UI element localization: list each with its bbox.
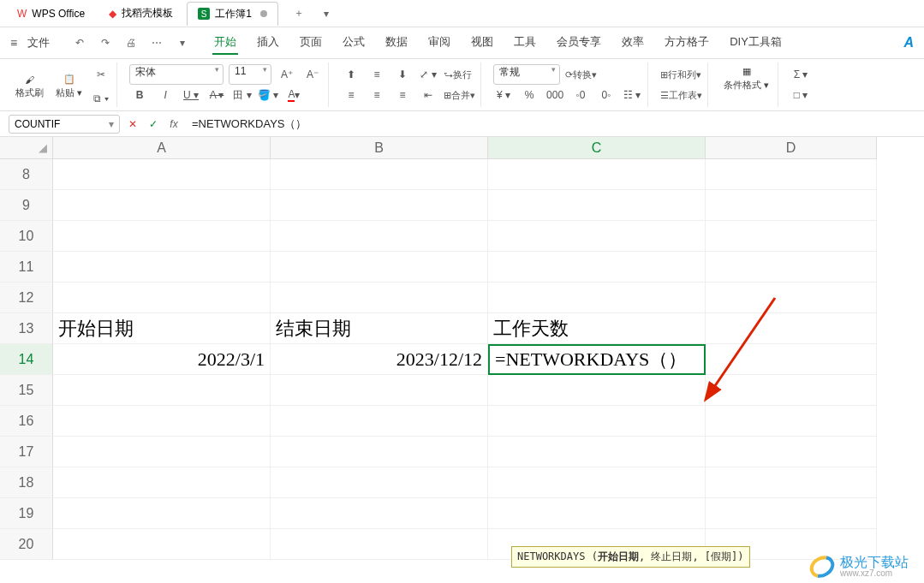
cell[interactable] <box>706 159 877 190</box>
tab-diy[interactable]: DIY工具箱 <box>728 31 784 55</box>
cell[interactable] <box>271 375 488 406</box>
cell[interactable] <box>706 437 877 467</box>
row-header[interactable]: 16 <box>0 406 53 437</box>
row-header[interactable]: 8 <box>0 159 53 190</box>
tab-page[interactable]: 页面 <box>298 31 324 55</box>
thousands-button[interactable]: 000 <box>545 85 565 105</box>
cell[interactable] <box>488 159 706 190</box>
dec-inc-button[interactable]: ◦0 <box>570 85 591 105</box>
strike-button[interactable]: A ▾ <box>206 85 227 105</box>
qa-more-button[interactable]: ⋯ <box>147 33 166 52</box>
hamburger-icon[interactable]: ≡ <box>10 36 17 50</box>
app-tab-workbook[interactable]: S 工作簿1 <box>187 2 278 26</box>
name-box[interactable]: COUNTIF▾ <box>9 115 120 134</box>
formula-input[interactable]: =NETWORKDAYS（） <box>187 116 915 132</box>
cell[interactable] <box>706 344 877 375</box>
cell[interactable] <box>488 406 706 437</box>
cell-a13[interactable]: 开始日期 <box>53 313 271 344</box>
cond-format-button[interactable]: ▦ 条件格式 ▾ <box>720 64 772 93</box>
row-header[interactable]: 20 <box>0 529 53 560</box>
col-header-b[interactable]: B <box>271 137 488 159</box>
tab-member[interactable]: 会员专享 <box>555 31 603 55</box>
dec-dec-button[interactable]: 0◦ <box>596 85 617 105</box>
row-header[interactable]: 17 <box>0 437 53 467</box>
number-format-select[interactable]: 常规 <box>493 64 560 85</box>
cell-a14[interactable]: 2022/3/1 <box>53 344 271 375</box>
cell[interactable] <box>271 159 488 190</box>
tab-start[interactable]: 开始 <box>212 31 238 55</box>
tab-menu-button[interactable]: ▾ <box>316 3 337 24</box>
cell[interactable] <box>706 252 877 283</box>
row-header[interactable]: 9 <box>0 190 53 221</box>
cell[interactable] <box>706 221 877 252</box>
tab-efficiency[interactable]: 效率 <box>620 31 646 55</box>
italic-button[interactable]: I <box>155 85 176 105</box>
cell[interactable] <box>706 283 877 313</box>
font-name-select[interactable]: 宋体 <box>129 64 224 85</box>
cell[interactable] <box>488 467 706 498</box>
cell-c13[interactable]: 工作天数 <box>488 313 706 344</box>
fx-button[interactable]: fx <box>166 116 182 132</box>
paste-button[interactable]: 📋粘贴 ▾ <box>52 72 86 101</box>
orient-button[interactable]: ⤢ ▾ <box>418 64 438 85</box>
cell[interactable] <box>271 252 488 283</box>
row-header[interactable]: 13 <box>0 313 53 344</box>
cell[interactable] <box>488 375 706 406</box>
row-header[interactable]: 11 <box>0 252 53 283</box>
font-color-button[interactable]: A ▾ <box>283 85 304 105</box>
cell[interactable] <box>488 437 706 467</box>
font-size-select[interactable]: 11 <box>229 64 271 85</box>
increase-font-button[interactable]: A⁺ <box>277 64 297 85</box>
col-header-a[interactable]: A <box>53 137 271 159</box>
file-menu[interactable]: 文件 <box>26 32 51 54</box>
cell-b13[interactable]: 结束日期 <box>271 313 488 344</box>
new-tab-button[interactable]: ＋ <box>289 3 309 24</box>
cell[interactable] <box>488 190 706 221</box>
decrease-font-button[interactable]: A⁻ <box>302 64 323 85</box>
cell[interactable] <box>53 252 271 283</box>
cancel-formula-button[interactable]: ✕ <box>125 116 140 132</box>
rowscols-button[interactable]: ⊞ 行和列 ▾ <box>660 64 701 85</box>
cell[interactable] <box>271 498 488 529</box>
cell[interactable] <box>271 529 488 560</box>
align-bottom-button[interactable]: ⬇ <box>392 64 413 85</box>
cell[interactable] <box>706 190 877 221</box>
cell-c14-editing[interactable]: =NETWORKDAYS（） <box>488 344 706 375</box>
copy-button[interactable]: ⧉ ▾ <box>91 88 111 109</box>
row-header[interactable]: 18 <box>0 467 53 498</box>
cell[interactable] <box>53 467 271 498</box>
cell[interactable] <box>488 252 706 283</box>
worksheet-button[interactable]: ☰ 工作表 ▾ <box>660 85 702 105</box>
ai-icon[interactable]: A <box>903 35 914 51</box>
tab-ffgz[interactable]: 方方格子 <box>663 31 711 55</box>
align-top-button[interactable]: ⬆ <box>341 64 361 85</box>
row-header[interactable]: 12 <box>0 283 53 313</box>
cell[interactable] <box>53 221 271 252</box>
cell[interactable] <box>271 283 488 313</box>
merge-button[interactable]: ⊞ 合并 ▾ <box>444 85 475 105</box>
row-header[interactable]: 10 <box>0 221 53 252</box>
undo-button[interactable]: ↶ <box>70 33 89 52</box>
sum-button[interactable]: Σ ▾ <box>790 64 811 85</box>
tab-view[interactable]: 视图 <box>469 31 495 55</box>
cell[interactable] <box>271 406 488 437</box>
tab-tools[interactable]: 工具 <box>512 31 538 55</box>
app-tab-wps[interactable]: W WPS Office <box>7 2 95 26</box>
tab-data[interactable]: 数据 <box>384 31 409 55</box>
accept-formula-button[interactable]: ✓ <box>146 116 161 132</box>
format-painter-button[interactable]: 🖌格式刷 <box>12 73 47 101</box>
row-header[interactable]: 15 <box>0 375 53 406</box>
cell[interactable] <box>706 467 877 498</box>
row-header[interactable]: 14 <box>0 344 53 375</box>
align-middle-button[interactable]: ≡ <box>367 64 387 85</box>
align-center-button[interactable]: ≡ <box>367 85 387 105</box>
cell[interactable] <box>53 406 271 437</box>
cell[interactable] <box>271 437 488 467</box>
indent-button[interactable]: ⇤ <box>418 85 438 105</box>
tab-formula[interactable]: 公式 <box>341 31 367 55</box>
cell[interactable] <box>706 498 877 529</box>
col-header-d[interactable]: D <box>706 137 877 159</box>
cell[interactable] <box>53 375 271 406</box>
row-header[interactable]: 19 <box>0 498 53 529</box>
save-button[interactable]: 🖨 <box>122 33 140 52</box>
